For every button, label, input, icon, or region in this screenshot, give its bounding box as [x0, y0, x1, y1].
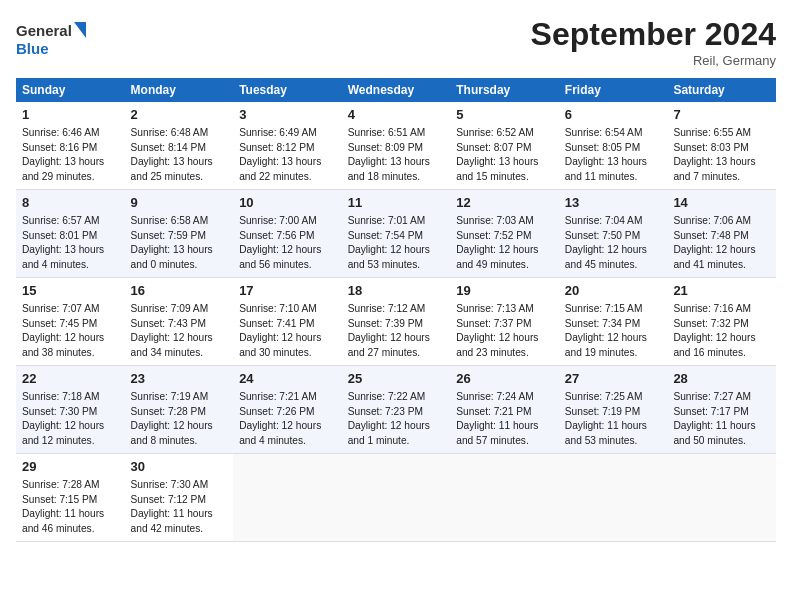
cell-text: and 15 minutes.: [456, 171, 529, 182]
cell-text: Sunrise: 7:03 AM: [456, 215, 534, 226]
cell-text: and 34 minutes.: [131, 347, 204, 358]
calendar-cell: [342, 453, 451, 541]
col-saturday: Saturday: [667, 78, 776, 102]
cell-text: Sunset: 7:39 PM: [348, 318, 423, 329]
cell-text: and 53 minutes.: [565, 435, 638, 446]
calendar-cell: 20Sunrise: 7:15 AMSunset: 7:34 PMDayligh…: [559, 277, 668, 365]
cell-text: Sunset: 8:07 PM: [456, 142, 531, 153]
cell-text: and 49 minutes.: [456, 259, 529, 270]
cell-text: Daylight: 12 hours: [348, 420, 430, 431]
calendar-table: Sunday Monday Tuesday Wednesday Thursday…: [16, 78, 776, 542]
cell-text: Sunrise: 6:52 AM: [456, 127, 534, 138]
cell-text: Sunset: 8:14 PM: [131, 142, 206, 153]
cell-text: Sunrise: 7:30 AM: [131, 479, 209, 490]
calendar-cell: [667, 453, 776, 541]
calendar-cell: 21Sunrise: 7:16 AMSunset: 7:32 PMDayligh…: [667, 277, 776, 365]
calendar-cell: 5Sunrise: 6:52 AMSunset: 8:07 PMDaylight…: [450, 102, 559, 189]
day-number: 20: [565, 282, 662, 301]
cell-text: and 27 minutes.: [348, 347, 421, 358]
cell-text: Sunrise: 7:21 AM: [239, 391, 317, 402]
calendar-row: 8Sunrise: 6:57 AMSunset: 8:01 PMDaylight…: [16, 189, 776, 277]
cell-text: Sunset: 7:21 PM: [456, 406, 531, 417]
cell-text: Sunrise: 6:48 AM: [131, 127, 209, 138]
calendar-cell: 26Sunrise: 7:24 AMSunset: 7:21 PMDayligh…: [450, 365, 559, 453]
cell-text: Sunset: 7:34 PM: [565, 318, 640, 329]
cell-text: Daylight: 12 hours: [348, 332, 430, 343]
cell-text: and 22 minutes.: [239, 171, 312, 182]
svg-text:Blue: Blue: [16, 40, 49, 57]
cell-text: Daylight: 11 hours: [22, 508, 104, 519]
day-number: 3: [239, 106, 336, 125]
col-sunday: Sunday: [16, 78, 125, 102]
cell-text: Daylight: 12 hours: [456, 244, 538, 255]
calendar-cell: 27Sunrise: 7:25 AMSunset: 7:19 PMDayligh…: [559, 365, 668, 453]
cell-text: Sunrise: 6:46 AM: [22, 127, 100, 138]
cell-text: Sunrise: 6:51 AM: [348, 127, 426, 138]
cell-text: Sunrise: 7:16 AM: [673, 303, 751, 314]
cell-text: Sunrise: 7:27 AM: [673, 391, 751, 402]
cell-text: Sunset: 7:12 PM: [131, 494, 206, 505]
day-number: 12: [456, 194, 553, 213]
cell-text: Sunrise: 7:09 AM: [131, 303, 209, 314]
calendar-cell: [450, 453, 559, 541]
cell-text: Sunset: 7:45 PM: [22, 318, 97, 329]
cell-text: Sunset: 7:56 PM: [239, 230, 314, 241]
day-number: 8: [22, 194, 119, 213]
cell-text: Sunrise: 7:10 AM: [239, 303, 317, 314]
calendar-cell: 23Sunrise: 7:19 AMSunset: 7:28 PMDayligh…: [125, 365, 234, 453]
cell-text: Sunset: 7:48 PM: [673, 230, 748, 241]
calendar-cell: 9Sunrise: 6:58 AMSunset: 7:59 PMDaylight…: [125, 189, 234, 277]
cell-text: and 53 minutes.: [348, 259, 421, 270]
calendar-cell: 30Sunrise: 7:30 AMSunset: 7:12 PMDayligh…: [125, 453, 234, 541]
calendar-row: 29Sunrise: 7:28 AMSunset: 7:15 PMDayligh…: [16, 453, 776, 541]
calendar-cell: 15Sunrise: 7:07 AMSunset: 7:45 PMDayligh…: [16, 277, 125, 365]
cell-text: Sunrise: 7:01 AM: [348, 215, 426, 226]
cell-text: Sunrise: 7:04 AM: [565, 215, 643, 226]
col-friday: Friday: [559, 78, 668, 102]
cell-text: and 56 minutes.: [239, 259, 312, 270]
calendar-cell: 3Sunrise: 6:49 AMSunset: 8:12 PMDaylight…: [233, 102, 342, 189]
cell-text: Sunset: 7:43 PM: [131, 318, 206, 329]
cell-text: Daylight: 11 hours: [565, 420, 647, 431]
day-number: 24: [239, 370, 336, 389]
cell-text: Daylight: 12 hours: [673, 244, 755, 255]
cell-text: and 8 minutes.: [131, 435, 198, 446]
header-row: Sunday Monday Tuesday Wednesday Thursday…: [16, 78, 776, 102]
cell-text: and 0 minutes.: [131, 259, 198, 270]
cell-text: and 7 minutes.: [673, 171, 740, 182]
cell-text: and 16 minutes.: [673, 347, 746, 358]
calendar-cell: 29Sunrise: 7:28 AMSunset: 7:15 PMDayligh…: [16, 453, 125, 541]
cell-text: Sunrise: 7:28 AM: [22, 479, 100, 490]
day-number: 28: [673, 370, 770, 389]
day-number: 26: [456, 370, 553, 389]
cell-text: and 42 minutes.: [131, 523, 204, 534]
svg-text:General: General: [16, 22, 72, 39]
calendar-cell: 25Sunrise: 7:22 AMSunset: 7:23 PMDayligh…: [342, 365, 451, 453]
calendar-cell: 10Sunrise: 7:00 AMSunset: 7:56 PMDayligh…: [233, 189, 342, 277]
cell-text: Sunrise: 7:22 AM: [348, 391, 426, 402]
cell-text: Daylight: 12 hours: [456, 332, 538, 343]
cell-text: Sunset: 8:16 PM: [22, 142, 97, 153]
cell-text: Sunrise: 7:24 AM: [456, 391, 534, 402]
cell-text: and 45 minutes.: [565, 259, 638, 270]
calendar-cell: 4Sunrise: 6:51 AMSunset: 8:09 PMDaylight…: [342, 102, 451, 189]
col-wednesday: Wednesday: [342, 78, 451, 102]
day-number: 15: [22, 282, 119, 301]
cell-text: Sunset: 7:30 PM: [22, 406, 97, 417]
cell-text: Sunrise: 7:25 AM: [565, 391, 643, 402]
cell-text: and 19 minutes.: [565, 347, 638, 358]
cell-text: Sunset: 7:41 PM: [239, 318, 314, 329]
calendar-row: 22Sunrise: 7:18 AMSunset: 7:30 PMDayligh…: [16, 365, 776, 453]
day-number: 25: [348, 370, 445, 389]
cell-text: and 50 minutes.: [673, 435, 746, 446]
cell-text: Sunset: 7:54 PM: [348, 230, 423, 241]
day-number: 4: [348, 106, 445, 125]
calendar-cell: 1Sunrise: 6:46 AMSunset: 8:16 PMDaylight…: [16, 102, 125, 189]
cell-text: Sunrise: 6:55 AM: [673, 127, 751, 138]
cell-text: and 46 minutes.: [22, 523, 95, 534]
cell-text: Daylight: 13 hours: [131, 244, 213, 255]
col-thursday: Thursday: [450, 78, 559, 102]
day-number: 1: [22, 106, 119, 125]
cell-text: Sunset: 7:28 PM: [131, 406, 206, 417]
calendar-cell: 14Sunrise: 7:06 AMSunset: 7:48 PMDayligh…: [667, 189, 776, 277]
